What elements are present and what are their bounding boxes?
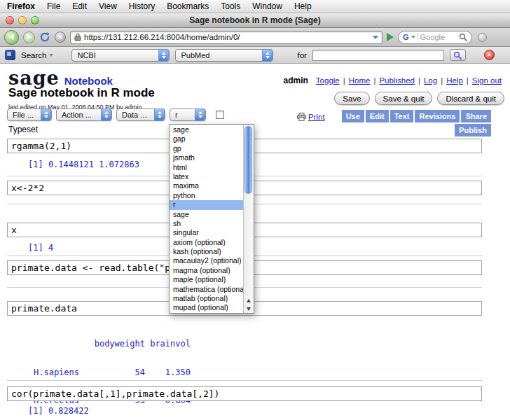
go-button[interactable] [387,33,394,41]
worksheet-menus: File ... Action ... Data ... r [7,108,224,121]
link-sign-out[interactable]: Sign out [472,76,502,85]
menu-edit[interactable]: Edit [72,1,87,11]
data-menu-select[interactable]: Data ... [116,108,165,121]
menu-bookmarks[interactable]: Bookmarks [167,1,209,11]
stepper-icon [262,49,273,62]
sage-notebook-page: sage Notebook admin Toggle | Home | Publ… [0,64,510,420]
link-toggle[interactable]: Toggle [316,76,340,85]
cell-input[interactable]: cor(primate.data[,1],primate.data[,2]) [7,386,482,401]
link-published[interactable]: Published [379,76,415,85]
typeset-label[interactable]: Typeset [8,125,38,134]
window-controls [6,16,39,24]
system-option[interactable]: sage [170,125,243,134]
system-option[interactable]: matlab (optional) [170,294,243,303]
search-engine-icon[interactable]: G [403,33,409,41]
reload-button[interactable] [39,31,50,43]
database-select-2[interactable]: PubMed [175,49,273,62]
system-option-selected[interactable]: r [170,200,243,209]
address-dropdown-icon[interactable] [373,36,378,39]
magnifier-icon [453,51,462,59]
search-divider [418,33,418,41]
system-option[interactable]: singular [170,228,243,237]
stepper-icon [154,108,165,121]
print-link[interactable]: Print [297,113,325,121]
search-icon[interactable] [459,33,467,41]
link-home[interactable]: Home [349,76,371,85]
web-search-box[interactable]: G Google [398,31,472,44]
cell-output: [1] 0.828422 [7,406,89,416]
system-option[interactable]: maxima [170,181,243,190]
tab-share[interactable]: Share [461,110,491,122]
menu-file[interactable]: File [47,1,60,11]
table-row: H.sapiens 54 1.350 [34,368,191,378]
system-option[interactable]: gap [170,134,243,144]
tab-text[interactable]: Text [390,110,414,122]
database-select-1[interactable]: NCBI [71,49,170,62]
action-menu-select[interactable]: Action ... [56,108,112,121]
system-option[interactable]: maple (optional) [170,275,243,284]
discard-quit-button[interactable]: Discard & quit [437,92,504,105]
system-option[interactable]: macaulay2 (optional) [170,256,243,265]
menu-history[interactable]: History [129,1,155,11]
url-input[interactable] [84,33,370,41]
file-menu-select[interactable]: File ... [7,108,52,121]
zoom-button[interactable] [31,16,39,24]
link-help[interactable]: Help [446,76,463,85]
menu-tools[interactable]: Tools [221,1,240,11]
minimize-button[interactable] [18,16,27,24]
menu-help[interactable]: Help [294,1,312,11]
file-menu-value: File ... [13,111,34,119]
menu-window[interactable]: Window [252,1,282,11]
system-option[interactable]: sage [170,210,243,219]
link-log[interactable]: Log [424,76,437,85]
search-menu[interactable]: Search [21,51,53,59]
close-button[interactable] [6,16,14,24]
system-option[interactable]: axiom (optional) [170,238,243,247]
system-option[interactable]: kash (optional) [170,247,243,256]
toolbar-close-button[interactable] [484,50,495,60]
menu-view[interactable]: View [99,1,117,11]
menu-firefox[interactable]: Firefox [7,1,35,11]
link-separator: | [441,76,443,85]
throbber-icon [478,33,487,42]
username: admin [284,76,308,85]
tab-publish[interactable]: Publish [455,124,491,136]
link-separator: | [467,76,469,85]
system-option[interactable]: gp [170,144,243,153]
system-option[interactable]: magma (optional) [170,266,243,275]
cell-divider[interactable] [7,380,482,381]
toolbar-query-field[interactable] [312,50,444,61]
account-links: admin Toggle | Home | Published | Log | … [284,76,502,85]
system-select-value: r [175,111,178,119]
scrollbar-thumb[interactable] [244,126,252,194]
tab-revisions[interactable]: Revisions [415,110,460,122]
engine-dropdown-icon[interactable] [411,36,415,38]
scroll-down-button[interactable] [244,304,254,313]
system-option[interactable]: jsmath [170,153,243,162]
search-extension-toolbar: Search NCBI PubMed for [0,47,510,64]
database-select-2-value: PubMed [181,51,209,59]
back-button[interactable] [4,30,19,45]
toolbar-checkbox[interactable] [216,111,224,119]
save-quit-button[interactable]: Save & quit [375,92,433,105]
tab-use[interactable]: Use [342,110,364,122]
data-menu-value: Data ... [122,111,146,119]
system-option[interactable]: sh [170,219,243,228]
back-arrow-icon [9,34,14,40]
forward-button[interactable] [23,31,35,43]
save-button[interactable]: Save [334,92,369,105]
dropdown-scrollbar[interactable] [243,125,254,313]
scroll-up-button[interactable] [244,296,254,304]
toolbar-query-input[interactable] [313,50,443,60]
system-option[interactable]: latex [170,172,243,181]
toolbar-search-button[interactable] [450,49,466,61]
system-select[interactable]: r [170,108,206,121]
system-option[interactable]: html [170,163,243,172]
system-option[interactable]: mathematica (optional) [170,285,243,294]
stop-button[interactable] [55,31,66,43]
system-option[interactable]: mupad (optional) [170,303,243,312]
forward-arrow-icon [27,35,32,39]
address-bar[interactable] [70,31,382,44]
tab-edit[interactable]: Edit [366,110,389,122]
system-option[interactable]: python [170,191,243,200]
